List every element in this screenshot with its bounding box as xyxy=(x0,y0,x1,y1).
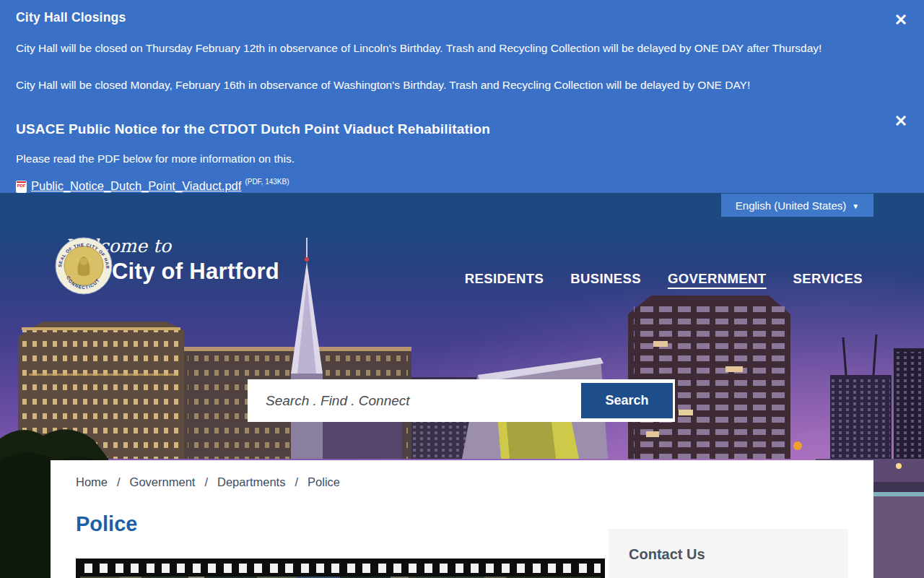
pdf-link[interactable]: Public_Notice_Dutch_Point_Viaduct.pdf xyxy=(31,179,241,193)
breadcrumb-government[interactable]: Government xyxy=(130,475,196,489)
breadcrumb-separator: / xyxy=(204,475,208,489)
alert-banner: City Hall Closings City Hall will be clo… xyxy=(0,0,924,193)
pdf-link-meta: (PDF, 143KB) xyxy=(245,178,289,186)
chevron-down-icon: ▼ xyxy=(852,202,859,210)
nav-item-government[interactable]: GOVERNMENT xyxy=(668,271,767,287)
alert-paragraph: Please read the PDF below for more infor… xyxy=(16,152,873,166)
pdf-link-row: Public_Notice_Dutch_Point_Viaduct.pdf (P… xyxy=(16,179,873,193)
nav-item-business[interactable]: BUSINESS xyxy=(570,271,641,287)
alert-city-hall-closings: City Hall Closings City Hall will be clo… xyxy=(16,10,873,92)
language-selected-label: English (United States) xyxy=(736,199,846,212)
alert-paragraph: City Hall will be closed on Thursday Feb… xyxy=(16,41,873,56)
breadcrumb-separator: / xyxy=(117,475,121,489)
content-panel: Home / Government / Departments / Police… xyxy=(51,460,873,578)
alert-title: USACE Public Notice for the CTDOT Dutch … xyxy=(16,121,873,137)
close-icon[interactable]: ✕ xyxy=(892,12,910,29)
contact-us-card: Contact Us xyxy=(609,529,848,578)
breadcrumb-current-police: Police xyxy=(308,475,340,489)
page-title: Police xyxy=(76,512,137,536)
breadcrumb-departments[interactable]: Departments xyxy=(217,475,285,489)
search-input[interactable] xyxy=(248,379,581,422)
search-bar: Search xyxy=(248,379,675,422)
breadcrumb-home[interactable]: Home xyxy=(76,475,108,489)
breadcrumb: Home / Government / Departments / Police xyxy=(76,475,340,489)
page: English (United States) ▼ SEAL OF THE CI… xyxy=(0,0,924,578)
alert-usace-notice: USACE Public Notice for the CTDOT Dutch … xyxy=(16,121,873,193)
filmstrip-sprocket-holes xyxy=(84,564,601,573)
police-filmstrip-image xyxy=(76,558,605,578)
alert-title: City Hall Closings xyxy=(16,10,873,25)
close-icon[interactable]: ✕ xyxy=(892,113,910,130)
language-selector[interactable]: English (United States) ▼ xyxy=(721,194,873,217)
nav-item-services[interactable]: SERVICES xyxy=(793,271,863,287)
search-button[interactable]: Search xyxy=(581,383,673,418)
city-seal-icon: SEAL OF THE CITY OF HARTFORD CONNECTICUT xyxy=(55,237,113,295)
contact-us-heading: Contact Us xyxy=(629,546,848,563)
pdf-icon xyxy=(16,181,27,193)
alert-paragraph: City Hall will be closed Monday, Februar… xyxy=(16,78,873,92)
main-nav: RESIDENTS BUSINESS GOVERNMENT SERVICES xyxy=(465,271,863,287)
nav-item-residents[interactable]: RESIDENTS xyxy=(465,271,544,287)
breadcrumb-separator: / xyxy=(295,475,298,489)
site-logo[interactable]: SEAL OF THE CITY OF HARTFORD CONNECTICUT… xyxy=(55,237,279,285)
